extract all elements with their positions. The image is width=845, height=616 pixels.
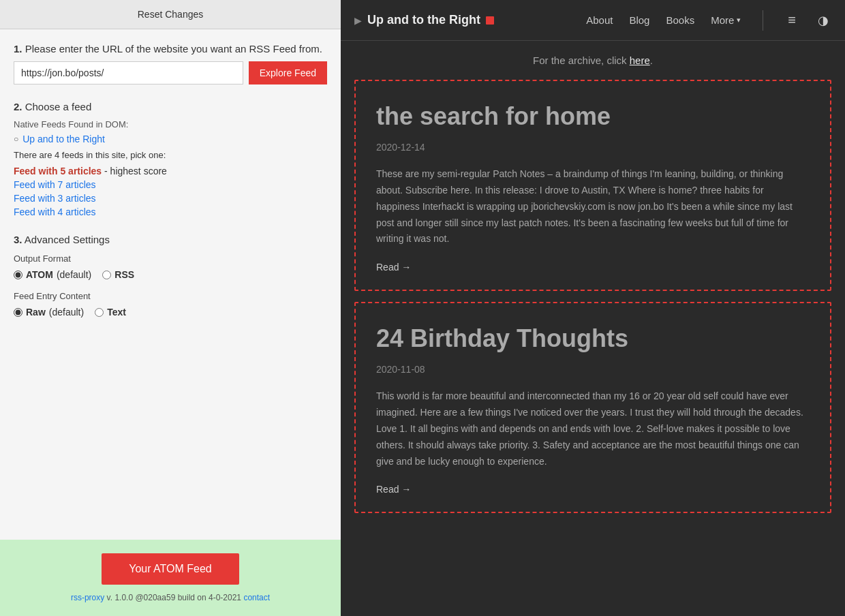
step2-label: 2. Choose a feed <box>14 101 327 112</box>
content-radio-text[interactable] <box>95 308 104 317</box>
output-format-group: Output Format ATOM (default)RSS <box>14 253 327 280</box>
read-more-link-0[interactable]: Read → <box>376 262 411 273</box>
format-radio-item-atom[interactable]: ATOM (default) <box>14 269 91 280</box>
output-format-label: Output Format <box>14 253 327 264</box>
feed-option-3: Feed with 4 articles <box>14 206 327 217</box>
site-icon <box>486 16 494 25</box>
content-radio-raw[interactable] <box>14 308 22 317</box>
left-panel: Reset Changes 1. Please enter the URL of… <box>0 0 341 616</box>
rss-proxy-link[interactable]: rss-proxy <box>71 593 104 602</box>
atom-feed-button[interactable]: Your ATOM Feed <box>102 553 239 585</box>
article-title-0: the search for home <box>376 102 810 131</box>
content-radio-item-raw[interactable]: Raw (default) <box>14 307 84 318</box>
article-date-0: 2020-12-14 <box>376 142 810 153</box>
contrast-toggle-icon[interactable]: ◑ <box>815 10 831 31</box>
format-radio-rss[interactable] <box>102 271 111 279</box>
format-radio-atom[interactable] <box>14 271 22 279</box>
nav-links: About Blog Books More ▾ ≡ ◑ <box>586 10 831 31</box>
nav-books[interactable]: Books <box>666 14 694 26</box>
right-panel: ▶ Up and to the Right About Blog Books M… <box>341 0 845 616</box>
feed-option-link-1[interactable]: Feed with 7 articles <box>14 179 96 190</box>
feed-option-1: Feed with 7 articles <box>14 179 327 190</box>
step1-section: 1. Please enter the URL of the website y… <box>14 43 327 84</box>
article-date-1: 2020-11-08 <box>376 364 810 375</box>
bottom-bar: Your ATOM Feed rss-proxy v. 1.0.0 @020aa… <box>0 540 341 616</box>
native-feed-link[interactable]: Up and to the Right <box>14 134 327 144</box>
url-row: Explore Feed <box>14 61 327 84</box>
nav-more-chevron: ▾ <box>737 16 741 25</box>
native-feeds-label: Native Feeds Found in DOM: <box>14 119 327 129</box>
explore-feed-button[interactable]: Explore Feed <box>249 61 327 84</box>
article-excerpt-0: These are my semi-regular Patch Notes – … <box>376 166 810 247</box>
version-line: rss-proxy v. 1.0.0 @020aa59 build on 4-0… <box>71 593 270 602</box>
article-card-1: 24 Birthday Thoughts 2020-11-08 This wor… <box>354 302 831 513</box>
left-content: 1. Please enter the URL of the website y… <box>0 29 341 616</box>
hamburger-menu-icon[interactable]: ≡ <box>785 10 799 31</box>
feed-option-0: Feed with 5 articles - highest score <box>14 166 327 176</box>
nav-blog[interactable]: Blog <box>629 14 649 26</box>
feed-option-2: Feed with 3 articles <box>14 193 327 204</box>
feed-options-list: Feed with 5 articles - highest scoreFeed… <box>14 166 327 217</box>
step2-section: 2. Choose a feed Native Feeds Found in D… <box>14 101 327 217</box>
url-input[interactable] <box>14 61 243 84</box>
entry-content-group: Feed Entry Content Raw (default)Text <box>14 291 327 318</box>
article-card-0: the search for home 2020-12-14 These are… <box>354 80 831 291</box>
archive-line: For the archive, click here. <box>341 41 845 80</box>
feed-option-link-3[interactable]: Feed with 4 articles <box>14 206 96 217</box>
nav-more[interactable]: More ▾ <box>711 14 741 26</box>
step3-label: 3. Advanced Settings <box>14 234 327 245</box>
step3-section: 3. Advanced Settings Output Format ATOM … <box>14 234 327 318</box>
nav-about[interactable]: About <box>586 14 613 26</box>
feed-option-link-2[interactable]: Feed with 3 articles <box>14 193 96 204</box>
top-nav: ▶ Up and to the Right About Blog Books M… <box>341 0 845 41</box>
reset-bar: Reset Changes <box>0 0 341 29</box>
feed-highest-label: - highest score <box>102 166 167 176</box>
site-title: Up and to the Right <box>367 13 480 27</box>
site-title-area: ▶ Up and to the Right <box>354 13 494 27</box>
content-radio-item-text[interactable]: Text <box>95 307 129 318</box>
articles-container: the search for home 2020-12-14 These are… <box>341 80 845 538</box>
content-radio-row: Raw (default)Text <box>14 307 327 318</box>
pick-label: There are 4 feeds in this site, pick one… <box>14 150 327 160</box>
contact-link[interactable]: contact <box>243 593 270 602</box>
archive-link[interactable]: here <box>630 55 650 66</box>
reset-changes-button[interactable]: Reset Changes <box>138 9 204 20</box>
article-title-1: 24 Birthday Thoughts <box>376 324 810 353</box>
step1-label: 1. Please enter the URL of the website y… <box>14 43 327 55</box>
nav-divider <box>763 10 763 31</box>
entry-content-label: Feed Entry Content <box>14 291 327 301</box>
feed-option-link-0[interactable]: Feed with 5 articles <box>14 166 102 176</box>
read-more-link-1[interactable]: Read → <box>376 484 411 495</box>
nav-arrow-icon: ▶ <box>354 15 362 26</box>
article-excerpt-1: This world is far more beautiful and int… <box>376 388 810 469</box>
format-radio-row: ATOM (default)RSS <box>14 269 327 280</box>
format-radio-item-rss[interactable]: RSS <box>102 269 138 280</box>
